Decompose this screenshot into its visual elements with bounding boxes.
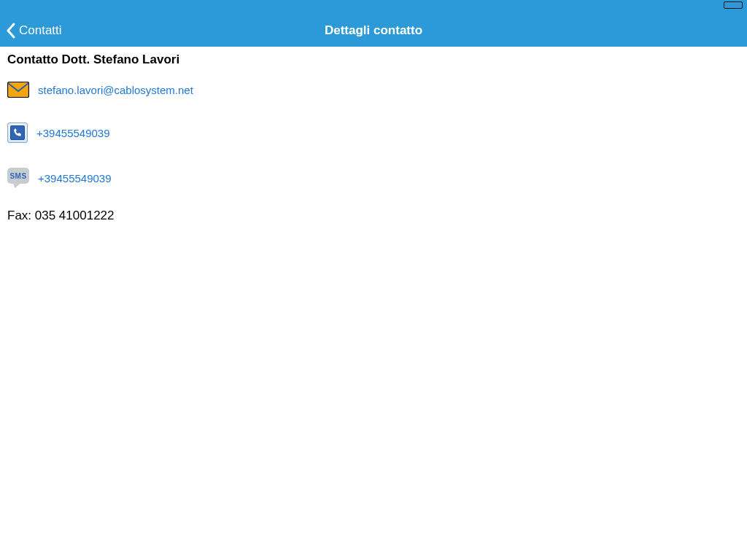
email-link[interactable]: stefano.lavori@cablosystem.net — [38, 84, 193, 96]
mail-icon[interactable] — [7, 82, 29, 98]
sms-icon[interactable]: SMS — [7, 168, 29, 188]
sms-link[interactable]: +39455549039 — [38, 172, 112, 184]
back-label: Contatti — [19, 23, 62, 38]
phone-row: +39455549039 — [7, 122, 740, 143]
status-bar — [0, 0, 747, 15]
svg-rect-0 — [8, 82, 29, 98]
page-title: Dettagli contatto — [0, 23, 747, 38]
fax-label: Fax: 035 41001222 — [7, 209, 740, 223]
battery-icon — [724, 1, 743, 9]
contact-name: Contatto Dott. Stefano Lavori — [7, 52, 740, 67]
phone-link[interactable]: +39455549039 — [36, 127, 110, 139]
navigation-bar: Contatti Dettagli contatto — [0, 15, 747, 47]
sms-icon-label: SMS — [9, 172, 26, 180]
phone-icon[interactable] — [7, 122, 28, 143]
sms-row: SMS +39455549039 — [7, 168, 740, 188]
chevron-left-icon — [6, 23, 16, 39]
back-button[interactable]: Contatti — [0, 23, 62, 39]
email-row: stefano.lavori@cablosystem.net — [7, 82, 740, 98]
content-area: Contatto Dott. Stefano Lavori stefano.la… — [0, 52, 747, 223]
